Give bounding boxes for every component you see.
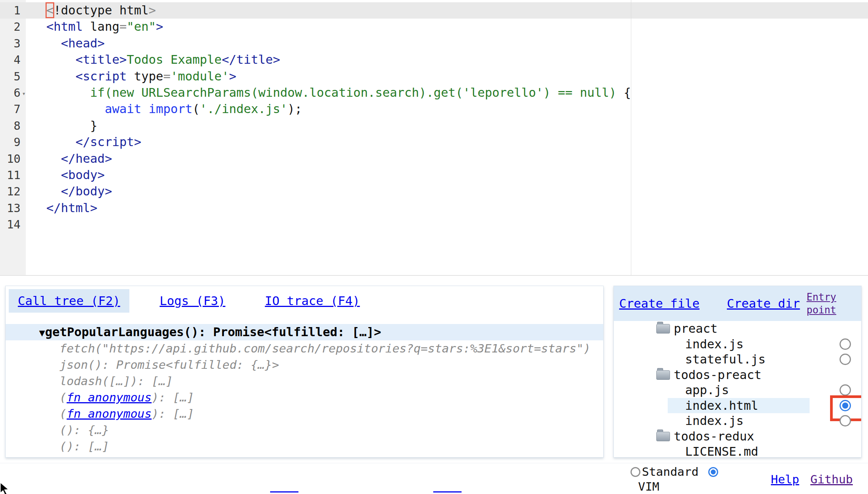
- code-line-9[interactable]: 9 </script>: [0, 134, 868, 150]
- code-token: {: [624, 85, 631, 100]
- tab-logs-f3[interactable]: Logs (F3): [151, 289, 234, 313]
- code-editor[interactable]: 1<!doctype html>2<html lang="en">3 <head…: [0, 0, 868, 276]
- tab-logs-f3-link[interactable]: Logs (F3): [160, 294, 225, 308]
- code-line-2[interactable]: 2<html lang="en">: [0, 19, 868, 35]
- line-text: </body>: [46, 183, 868, 200]
- vim-mode-radio[interactable]: [708, 467, 718, 477]
- file-row-license-md[interactable]: LICENSE.md: [614, 444, 861, 458]
- call-tree-row[interactable]: (fn anonymous): […]: [6, 406, 603, 422]
- call-tree-row[interactable]: fetch("https://api.github.com/search/rep…: [6, 340, 603, 357]
- entry-point-radio[interactable]: [840, 338, 851, 350]
- call-tree-row[interactable]: (fn anonymous): […]: [6, 389, 603, 406]
- tab-io-trace-f4-link[interactable]: IO trace (F4): [265, 294, 360, 308]
- code-line-13[interactable]: 13</html>: [0, 200, 868, 216]
- code-line-6[interactable]: 6▾ if(new URLSearchParams(window.locatio…: [0, 85, 868, 101]
- entry-point-column-header[interactable]: Entry point: [807, 291, 855, 316]
- standard-mode-label: Standard: [642, 464, 698, 479]
- editor-mode-switch: Standard VIM: [631, 464, 718, 494]
- code-token: </head>: [61, 151, 112, 166]
- call-tree-row[interactable]: (): {…}: [6, 422, 603, 438]
- folder-row-todos-preact[interactable]: todos-preact: [614, 367, 861, 383]
- code-token: type: [127, 69, 163, 83]
- clear-io-trace-button[interactable]: Clear IO trace (F6): [270, 464, 369, 494]
- folder-name: todos-redux: [674, 429, 754, 444]
- code-token: 'module': [171, 69, 229, 83]
- tab-io-trace-f4[interactable]: IO trace (F4): [256, 289, 369, 313]
- code-line-5[interactable]: 5 <script type='module'>: [0, 68, 868, 85]
- code-token: </body>: [61, 184, 112, 198]
- file-row-index-js[interactable]: index.js: [614, 413, 861, 429]
- code-token: [46, 184, 61, 198]
- code-token: <head>: [61, 36, 105, 50]
- code-line-1[interactable]: 1<!doctype html>: [0, 2, 868, 19]
- call-text: (): {…}: [60, 423, 109, 437]
- folder-icon: [656, 432, 670, 441]
- code-token: >: [229, 69, 236, 83]
- line-number: 6: [0, 85, 20, 101]
- line-number: 2: [0, 19, 20, 35]
- file-name: index.js: [685, 337, 744, 351]
- call-tree-row[interactable]: (): […]: [6, 438, 603, 455]
- create-dir-button[interactable]: Create dir: [727, 296, 800, 311]
- code-line-10[interactable]: 10 </head>: [0, 151, 868, 167]
- call-tree-row[interactable]: json(): Promise<fulfilled: {…}>: [6, 357, 603, 373]
- code-token: </script>: [75, 135, 141, 149]
- line-text: </head>: [46, 151, 868, 167]
- call-tree-row[interactable]: lodash([…]): […]: [6, 373, 603, 389]
- file-row-app-js[interactable]: app.js: [614, 382, 861, 398]
- code-token: </title>: [222, 52, 280, 67]
- fn-anonymous-link[interactable]: fn anonymous: [67, 390, 152, 404]
- code-line-8[interactable]: 8 }: [0, 118, 868, 134]
- line-number: 5: [0, 68, 20, 85]
- fold-toggle-icon[interactable]: ▾: [22, 85, 26, 102]
- code-line-12[interactable]: 12 </body>: [0, 183, 868, 200]
- tab-call-tree-f2[interactable]: Call tree (F2): [9, 289, 129, 313]
- file-name: index.html: [685, 398, 758, 413]
- entry-point-radio[interactable]: [840, 400, 851, 411]
- code-line-4[interactable]: 4 <title>Todos Example</title>: [0, 52, 868, 68]
- code-token: <title>: [75, 52, 127, 67]
- entry-point-radio[interactable]: [840, 354, 851, 365]
- folder-icon: [656, 324, 670, 334]
- create-file-button[interactable]: Create file: [619, 296, 700, 311]
- file-name: LICENSE.md: [685, 444, 758, 458]
- file-panel-header: Create file Create dir Entry point: [614, 286, 861, 321]
- entry-point-radio-slot: [839, 384, 851, 396]
- github-link[interactable]: Github: [810, 472, 853, 486]
- call-text: json(): Promise<fulfilled: {…}>: [60, 358, 279, 371]
- file-name: index.js: [685, 414, 744, 428]
- reopen-run-window-button[interactable]: (Re)open run window (F7): [433, 464, 568, 494]
- line-number: 4: [0, 52, 20, 68]
- editor-cursor: <: [46, 3, 53, 17]
- code-token: if(new URLSearchParams(window.location.s…: [90, 85, 624, 100]
- code-line-3[interactable]: 3 <head>: [0, 35, 868, 52]
- folder-row-todos-redux[interactable]: todos-redux: [614, 429, 861, 444]
- folder-name: preact: [674, 321, 718, 336]
- folder-row-preact[interactable]: preact: [614, 321, 861, 337]
- code-token: [46, 36, 61, 50]
- file-name: app.js: [685, 383, 729, 397]
- line-text: <body>: [46, 167, 868, 183]
- expand-triangle-icon[interactable]: ▼: [39, 327, 45, 338]
- code-token: }: [46, 118, 97, 133]
- code-line-11[interactable]: 11 <body>: [0, 167, 868, 183]
- help-link[interactable]: Help: [771, 472, 799, 486]
- code-token: <body>: [61, 168, 105, 182]
- code-line-14[interactable]: 14: [0, 216, 868, 233]
- fn-anonymous-link[interactable]: fn anonymous: [67, 456, 152, 458]
- fn-anonymous-link[interactable]: fn anonymous: [67, 407, 152, 420]
- file-row-stateful-js[interactable]: stateful.js: [614, 352, 861, 367]
- tab-call-tree-f2-link[interactable]: Call tree (F2): [18, 294, 120, 308]
- file-row-index-js[interactable]: index.js: [614, 337, 861, 352]
- file-row-index-html[interactable]: index.html: [614, 398, 861, 414]
- entry-point-radio[interactable]: [840, 384, 851, 396]
- call-text: (: [60, 407, 67, 420]
- code-line-7[interactable]: 7 await import('./index.js');: [0, 101, 868, 117]
- call-tree-row[interactable]: ▼getPopularLanguages(): Promise<fulfille…: [6, 324, 603, 340]
- standard-mode-radio[interactable]: [631, 467, 640, 477]
- line-number: 14: [0, 216, 20, 233]
- call-tree: ▼getPopularLanguages(): Promise<fulfille…: [6, 324, 603, 458]
- call-tree-row[interactable]: (fn anonymous): […]: [6, 455, 603, 458]
- code-token: import: [149, 102, 193, 116]
- entry-point-radio[interactable]: [840, 415, 851, 426]
